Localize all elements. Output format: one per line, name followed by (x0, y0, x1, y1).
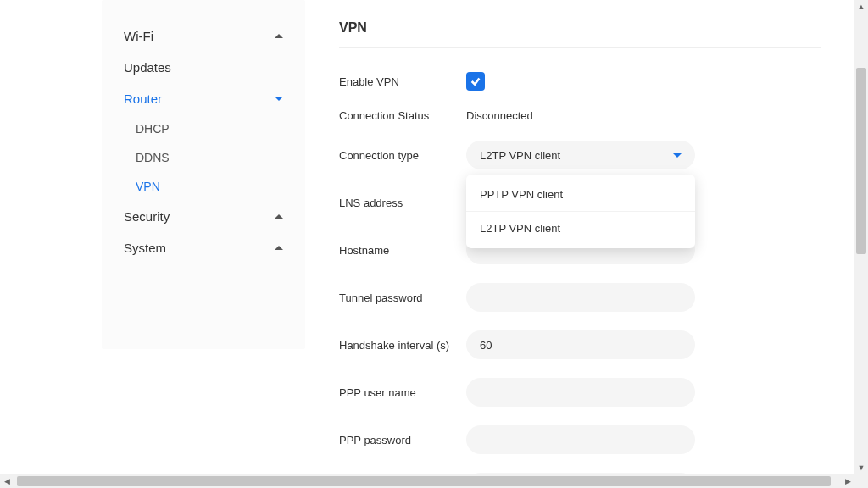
ppp-password-label: PPP password (339, 434, 466, 446)
horizontal-scroll-thumb[interactable] (17, 476, 831, 486)
connection-type-option-pptp[interactable]: PPTP VPN client (466, 178, 695, 211)
tunnel-password-input[interactable] (480, 291, 682, 304)
connection-status-label: Connection Status (339, 109, 466, 122)
hostname-label: Hostname (339, 244, 466, 257)
sidebar-item-label: Security (124, 209, 170, 224)
row-ppp-password: PPP password (339, 425, 821, 454)
sidebar-item-label: Router (124, 92, 162, 106)
scroll-left-arrow-icon[interactable]: ◀ (0, 474, 14, 488)
chevron-up-icon (275, 246, 283, 250)
enable-vpn-checkbox[interactable] (466, 72, 485, 91)
ppp-user-name-input[interactable] (480, 386, 682, 399)
ppp-password-input[interactable] (480, 434, 682, 446)
connection-type-label: Connection type (339, 149, 466, 162)
chevron-down-icon (275, 97, 283, 101)
sidebar-item-label: System (124, 241, 166, 255)
chevron-up-icon (275, 34, 283, 38)
horizontal-scrollbar[interactable]: ◀ ▶ (0, 474, 854, 488)
sidebar-submenu-router: DHCP DDNS VPN (119, 114, 288, 201)
connection-type-option-l2tp[interactable]: L2TP VPN client (466, 211, 695, 245)
sidebar-item-vpn[interactable]: VPN (129, 172, 288, 201)
row-tunnel-password: Tunnel password (339, 283, 821, 312)
vertical-scroll-thumb[interactable] (856, 68, 866, 254)
tunnel-password-label: Tunnel password (339, 291, 466, 304)
scroll-right-arrow-icon[interactable]: ▶ (841, 474, 854, 488)
scroll-up-arrow-icon[interactable]: ▲ (854, 0, 868, 14)
connection-status-value: Disconnected (466, 109, 533, 122)
check-icon (470, 75, 481, 87)
chevron-up-icon (275, 214, 283, 219)
row-ppp-user-name: PPP user name (339, 378, 821, 407)
sidebar-item-wifi[interactable]: Wi-Fi (119, 20, 288, 52)
scroll-corner (854, 474, 868, 488)
sidebar: Wi-Fi Updates Router DHCP DDNS VPN Secur… (102, 0, 305, 349)
lns-address-label: LNS address (339, 197, 466, 209)
page-title: VPN (339, 20, 821, 48)
ppp-user-name-input-wrap (466, 378, 695, 407)
ppp-user-name-label: PPP user name (339, 386, 466, 399)
scroll-down-arrow-icon[interactable]: ▼ (854, 461, 868, 474)
ppp-password-input-wrap (466, 425, 695, 454)
connection-type-select[interactable]: L2TP VPN client (466, 141, 695, 169)
main-content: VPN Enable VPN Connection Status Disconn… (305, 0, 854, 474)
sidebar-item-updates[interactable]: Updates (119, 52, 288, 83)
handshake-interval-input[interactable] (480, 339, 682, 352)
sidebar-item-label: Updates (124, 60, 171, 75)
chevron-down-icon (673, 153, 682, 158)
row-handshake-interval: Handshake interval (s) (339, 330, 821, 359)
handshake-interval-input-wrap (466, 330, 695, 359)
row-connection-status: Connection Status Disconnected (339, 109, 821, 122)
vertical-scrollbar[interactable]: ▲ ▼ (854, 0, 868, 474)
connection-type-dropdown: PPTP VPN client L2TP VPN client (466, 175, 695, 248)
tunnel-password-input-wrap (466, 283, 695, 312)
connection-type-value: L2TP VPN client (480, 149, 560, 162)
row-enable-vpn: Enable VPN (339, 72, 821, 91)
sidebar-item-ddns[interactable]: DDNS (129, 143, 288, 172)
enable-vpn-label: Enable VPN (339, 75, 466, 88)
sidebar-item-router[interactable]: Router (119, 83, 288, 114)
row-connection-type: Connection type L2TP VPN client PPTP VPN… (339, 141, 821, 169)
handshake-interval-label: Handshake interval (s) (339, 339, 466, 352)
sidebar-item-security[interactable]: Security (119, 201, 288, 232)
sidebar-item-label: Wi-Fi (124, 29, 153, 43)
sidebar-item-system[interactable]: System (119, 232, 288, 263)
sidebar-item-dhcp[interactable]: DHCP (129, 114, 288, 143)
